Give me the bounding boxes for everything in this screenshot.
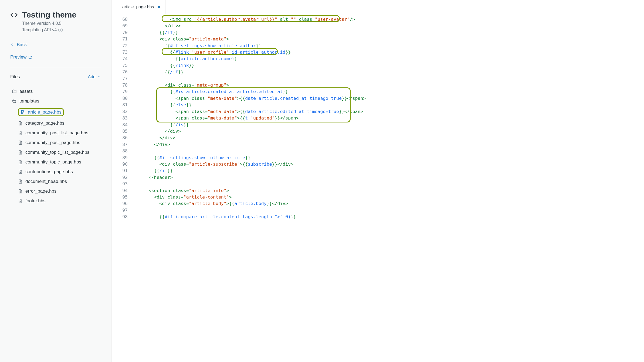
preview-label: Preview xyxy=(10,54,26,60)
code-line-80[interactable]: 80 <span class="meta-data">{{date articl… xyxy=(111,95,644,102)
templating-api-label: Templating API v4 i xyxy=(22,28,101,32)
code-line-85[interactable]: 85 </div> xyxy=(111,128,644,135)
file-contributions_page-hbs[interactable]: contributions_page.hbs xyxy=(10,167,101,177)
sidebar: Testing theme Theme version 4.0.5 Templa… xyxy=(0,0,111,362)
back-label: Back xyxy=(17,42,27,47)
code-line-97[interactable]: 97 xyxy=(111,207,644,214)
code-line-78[interactable]: 78 <div class="meta-group"> xyxy=(111,82,644,88)
file-error_page-hbs[interactable]: error_page.hbs xyxy=(10,186,101,196)
file-footer-hbs[interactable]: footer.hbs xyxy=(10,196,101,206)
code-line-96[interactable]: 96 <div class="article-body">{{article.b… xyxy=(111,200,644,207)
theme-version: Theme version 4.0.5 xyxy=(22,21,101,26)
code-line-72[interactable]: 72 {{#if settings.show_article_author}} xyxy=(111,43,644,49)
code-line-86[interactable]: 86 </div> xyxy=(111,135,644,141)
code-line-92[interactable]: 92 </header> xyxy=(111,174,644,181)
file-community_post_page-hbs[interactable]: community_post_page.hbs xyxy=(10,138,101,148)
tab-label: article_page.hbs xyxy=(122,5,154,9)
add-button[interactable]: Add xyxy=(88,74,101,79)
file-category_page-hbs[interactable]: category_page.hbs xyxy=(10,118,101,128)
folder-assets[interactable]: assets xyxy=(10,87,101,96)
code-line-89[interactable]: 89 {{#if settings.show_follow_article}} xyxy=(111,155,644,161)
file-document_head-hbs[interactable]: document_head.hbs xyxy=(10,177,101,186)
file-community_topic_list_page-hbs[interactable]: community_topic_list_page.hbs xyxy=(10,148,101,157)
code-line-91[interactable]: 91 {{/if}} xyxy=(111,168,644,174)
code-line-95[interactable]: 95 <div class="article-content"> xyxy=(111,194,644,200)
file-community_post_list_page-hbs[interactable]: community_post_list_page.hbs xyxy=(10,128,101,138)
code-line-68[interactable]: 68 <img src="{{article.author.avatar_url… xyxy=(111,16,644,23)
unsaved-indicator-icon xyxy=(158,6,160,8)
tab-article-page[interactable]: article_page.hbs xyxy=(117,0,165,14)
code-line-77[interactable]: 77 xyxy=(111,76,644,82)
code-line-93[interactable]: 93 xyxy=(111,181,644,187)
file-community_topic_page-hbs[interactable]: community_topic_page.hbs xyxy=(10,157,101,167)
back-link[interactable]: Back xyxy=(10,42,101,47)
code-line-98[interactable]: 98 {{#if (compare article.content_tags.l… xyxy=(111,214,644,220)
code-line-71[interactable]: 71 <div class="article-meta"> xyxy=(111,36,644,42)
code-line-73[interactable]: 73 {{#link 'user_profile' id=article.aut… xyxy=(111,49,644,56)
code-line-75[interactable]: 75 {{/link}} xyxy=(111,62,644,69)
code-line-81[interactable]: 81 {{else}} xyxy=(111,102,644,108)
preview-link[interactable]: Preview xyxy=(10,54,101,60)
folder-templates[interactable]: templates xyxy=(10,96,101,106)
code-line-70[interactable]: 70 {{/if}} xyxy=(111,29,644,36)
file-tree: assetstemplatesarticle_page.hbscategory_… xyxy=(10,87,101,206)
code-line-74[interactable]: 74 {{article.author.name}} xyxy=(111,56,644,62)
code-editor[interactable]: 68 <img src="{{article.author.avatar_url… xyxy=(111,14,644,362)
code-line-94[interactable]: 94 <section class="article-info"> xyxy=(111,187,644,194)
code-icon xyxy=(10,11,18,19)
editor: article_page.hbs 68 <img src="{{article.… xyxy=(111,0,644,362)
code-line-82[interactable]: 82 <span class="meta-data">{{date articl… xyxy=(111,108,644,115)
code-line-90[interactable]: 90 <div class="article-subscribe">{{subs… xyxy=(111,161,644,168)
code-line-84[interactable]: 84 {{/is}} xyxy=(111,122,644,128)
code-line-69[interactable]: 69 </div> xyxy=(111,23,644,29)
files-heading: Files xyxy=(10,74,20,80)
info-icon[interactable]: i xyxy=(58,28,63,32)
code-line-87[interactable]: 87 </div> xyxy=(111,141,644,148)
code-line-79[interactable]: 79 {{#is article.created_at article.edit… xyxy=(111,88,644,95)
theme-title: Testing theme xyxy=(22,10,76,19)
code-line-76[interactable]: 76 {{/if}} xyxy=(111,69,644,75)
code-line-88[interactable]: 88 xyxy=(111,148,644,154)
code-line-83[interactable]: 83 <span class="meta-data">{{t 'updated'… xyxy=(111,115,644,121)
tab-bar: article_page.hbs xyxy=(111,0,644,14)
file-article_page-hbs[interactable]: article_page.hbs xyxy=(10,106,101,118)
